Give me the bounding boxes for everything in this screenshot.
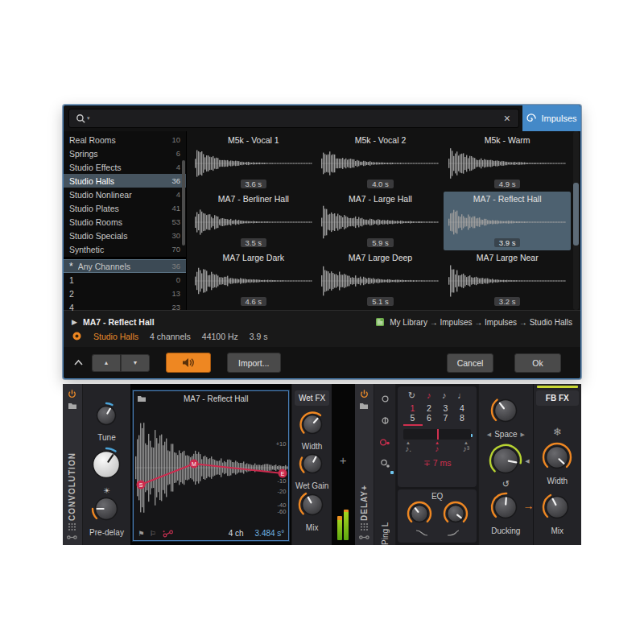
knob-dial[interactable]	[542, 492, 572, 526]
impulse-waveform[interactable]: SME	[135, 407, 288, 528]
convolution-display[interactable]: MA7 - Reflect Hall SME +10 -10 -20 -40 -…	[133, 390, 289, 541]
channel-filter-4[interactable]: 423	[64, 300, 186, 314]
knob-fb-width[interactable]: Width	[534, 442, 581, 485]
impulse-cell[interactable]: M5k - Vocal 24.0 s	[317, 133, 444, 192]
delay-mode-label[interactable]: Ping L	[381, 479, 390, 545]
fb-fx-header[interactable]: FB FX	[536, 390, 579, 406]
mode-dual-icon[interactable]	[380, 457, 390, 472]
feedback-repeat-icon[interactable]: ↺	[479, 479, 532, 489]
impulse-cell[interactable]: MA7 - Large Hall5.9 s	[317, 192, 444, 250]
impulse-cell[interactable]: MA7 - Reflect Hall3.9 s	[444, 192, 571, 250]
knob-dial[interactable]	[93, 402, 120, 432]
channel-filter-any-channels[interactable]: *Any Channels36	[64, 259, 186, 273]
triplet-note-option[interactable]: ▲♪³	[463, 440, 469, 453]
knob-dial[interactable]	[443, 501, 469, 530]
power-icon[interactable]	[68, 390, 76, 398]
beat-number-2[interactable]: 2	[427, 403, 431, 413]
sidebar-scrollbar[interactable]	[182, 160, 185, 246]
channel-filter-2[interactable]: 213	[64, 287, 186, 300]
impulse-cell[interactable]: MA7 Large Dark4.6 s	[190, 250, 317, 309]
impulse-folder-icon[interactable]	[137, 394, 147, 402]
sync-clock-icon[interactable]: ↻	[408, 390, 415, 401]
ok-button[interactable]: Ok	[514, 353, 561, 373]
impulse-cell[interactable]: MA7 Large Near3.2 s	[444, 250, 571, 309]
import-button[interactable]: Import...	[227, 353, 281, 373]
grid-scrollbar-track[interactable]	[573, 131, 579, 310]
device-title[interactable]: CONVOLUTION	[68, 411, 76, 521]
sync-note-icon-selected[interactable]: ♪	[427, 390, 431, 401]
sync-note-icon[interactable]: ♪	[442, 390, 447, 401]
search-input[interactable]	[95, 114, 502, 123]
straight-note-option[interactable]: ▲♪	[435, 440, 440, 453]
sync-quarter-icon[interactable]: ♩	[457, 390, 466, 401]
impulse-cell[interactable]: MA7 - Berliner Hall3.5 s	[190, 192, 317, 250]
routing-icon[interactable]	[359, 535, 369, 540]
sidebar-item-studio-rooms[interactable]: Studio Rooms53	[64, 215, 186, 229]
prev-arrow-icon[interactable]: ◀	[487, 431, 491, 438]
delay-time-value[interactable]: ∓ 7 ms	[398, 458, 477, 468]
feedback-caret-icon[interactable]: ◀	[525, 458, 529, 464]
sidebar-item-studio-effects[interactable]: Studio Effects4	[64, 160, 186, 174]
knob-dial[interactable]	[489, 444, 522, 481]
sidebar-item-studio-specials[interactable]: Studio Specials30	[64, 229, 186, 242]
sidebar-item-synthetic[interactable]: Synthetic70	[64, 242, 186, 256]
sidebar-item-real-rooms[interactable]: Real Rooms10	[64, 133, 186, 147]
knob-dial[interactable]	[490, 492, 521, 526]
freeze-icon[interactable]: ❄	[534, 426, 581, 438]
next-arrow-icon[interactable]: ▶	[521, 431, 525, 438]
beat-number-8[interactable]: 8	[460, 413, 464, 423]
close-icon[interactable]: ×	[502, 113, 512, 124]
knob-space[interactable]: ◀Space▶	[479, 395, 532, 439]
knob-dial[interactable]	[298, 490, 327, 522]
knob-wetgain[interactable]: Wet Gain	[292, 450, 332, 490]
device-title[interactable]: DELAY+	[360, 411, 369, 521]
previous-item-button[interactable]: ▲	[92, 354, 121, 372]
category-tag-label[interactable]: Studio Halls	[93, 332, 138, 341]
modulation-link-icon[interactable]	[163, 530, 175, 538]
delay-offset-slider[interactable]	[403, 429, 471, 440]
expand-grid-icon[interactable]	[360, 522, 369, 531]
knob-mix[interactable]: Mix	[292, 490, 332, 532]
knob-predelay[interactable]: Pre-delay	[83, 493, 130, 537]
display-length[interactable]: 3.484 s°	[255, 529, 285, 538]
knob-damp[interactable]: ☀	[83, 447, 130, 495]
beat-number-3[interactable]: 3	[443, 403, 448, 413]
knob-dial[interactable]	[89, 447, 124, 485]
knob-fb-mix[interactable]: Mix	[534, 492, 581, 535]
next-item-button[interactable]: ▼	[121, 354, 150, 372]
preset-folder-icon[interactable]	[359, 402, 369, 410]
beat-number-6[interactable]: 6	[427, 413, 431, 423]
routing-icon[interactable]	[67, 535, 77, 540]
knob-dial[interactable]	[490, 395, 521, 429]
collapse-chevron-icon[interactable]	[73, 359, 84, 366]
grid-scrollbar-thumb[interactable]	[573, 183, 579, 246]
marker-flags-icon[interactable]: ⚑ ⚐	[138, 530, 158, 538]
dotted-note-option[interactable]: ▲♪.	[405, 440, 411, 453]
impulse-cell[interactable]: M5k - Warm4.9 s	[444, 133, 571, 192]
preset-folder-icon[interactable]	[68, 402, 77, 410]
play-icon[interactable]: ▶	[72, 318, 77, 326]
channel-filter-1[interactable]: 10	[64, 273, 186, 287]
wet-fx-header[interactable]: Wet FX	[295, 390, 329, 406]
knob-dial[interactable]	[299, 411, 326, 441]
impulse-cell[interactable]: M5k - Vocal 13.6 s	[190, 133, 317, 192]
knob-eq-low[interactable]	[401, 501, 437, 530]
beat-number-5[interactable]: 5	[410, 413, 415, 423]
cancel-button[interactable]: Cancel	[447, 353, 493, 373]
mode-pingpong-icon[interactable]	[379, 436, 390, 450]
knob-tune[interactable]: Tune	[83, 402, 130, 442]
knob-dial[interactable]	[91, 493, 122, 527]
knob-dial[interactable]	[542, 442, 572, 476]
search-bar[interactable]: ▾ ×	[68, 109, 519, 128]
sidebar-item-studio-nonlinear[interactable]: Studio Nonlinear4	[64, 188, 186, 201]
beat-number-4[interactable]: 4	[460, 403, 464, 413]
mode-stereo-icon[interactable]	[381, 414, 390, 428]
impulse-cell[interactable]: MA7 Large Deep5.1 s	[317, 250, 444, 309]
beat-number-1[interactable]: 1	[410, 403, 415, 413]
expand-grid-icon[interactable]	[68, 522, 76, 531]
sidebar-item-springs[interactable]: Springs6	[64, 147, 186, 160]
power-icon[interactable]	[360, 390, 369, 398]
tab-impulses[interactable]: Impulses	[522, 105, 580, 131]
mode-mono-icon[interactable]	[381, 392, 390, 407]
sidebar-item-studio-plates[interactable]: Studio Plates41	[64, 201, 186, 215]
